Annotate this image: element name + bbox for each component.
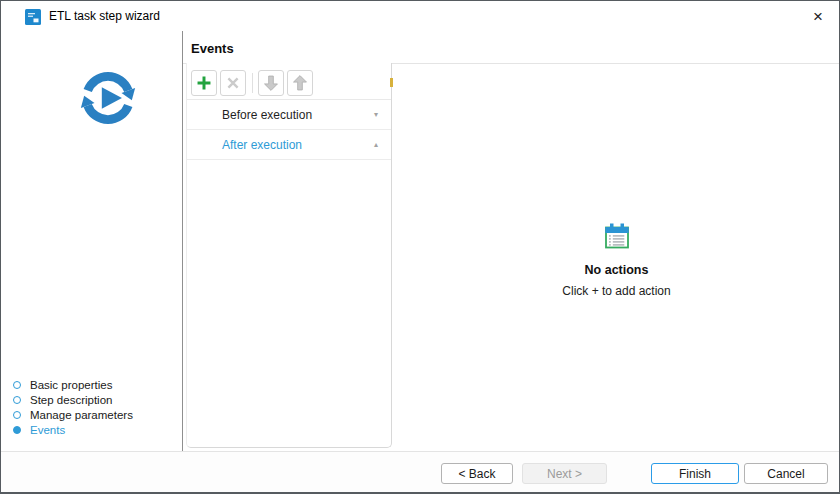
actions-list-icon bbox=[602, 221, 632, 251]
sidebar-item-step-description[interactable]: Step description bbox=[13, 392, 178, 407]
sidebar-item-events[interactable]: Events bbox=[13, 422, 178, 437]
events-panel: Before execution ▾ After execution ▴ bbox=[186, 63, 392, 448]
window-title: ETL task step wizard bbox=[49, 9, 160, 23]
event-row-before-execution[interactable]: Before execution ▾ bbox=[187, 100, 391, 130]
footer: < Back Next > Finish Cancel bbox=[1, 451, 839, 492]
chevron-up-icon: ▴ bbox=[374, 140, 378, 149]
titlebar: ETL task step wizard × bbox=[1, 1, 839, 31]
empty-state-title: No actions bbox=[585, 263, 649, 277]
arrow-down-icon bbox=[259, 70, 283, 96]
event-label: Before execution bbox=[222, 108, 312, 122]
step-bullet-icon bbox=[13, 381, 21, 389]
arrow-up-icon bbox=[288, 70, 312, 96]
event-row-after-execution[interactable]: After execution ▴ bbox=[187, 130, 391, 160]
step-label: Events bbox=[30, 424, 65, 436]
next-button[interactable]: Next > bbox=[522, 463, 607, 484]
plus-icon bbox=[192, 70, 216, 96]
wizard-window: ETL task step wizard × Basic properties bbox=[0, 0, 840, 494]
step-bullet-icon bbox=[13, 426, 21, 434]
toolbar-separator bbox=[252, 73, 253, 93]
finish-button[interactable]: Finish bbox=[651, 463, 739, 484]
cross-icon bbox=[221, 70, 245, 96]
wizard-window-icon bbox=[25, 9, 41, 25]
step-label: Basic properties bbox=[30, 379, 112, 391]
events-toolbar bbox=[191, 70, 313, 96]
sidebar-item-manage-parameters[interactable]: Manage parameters bbox=[13, 407, 178, 422]
step-bullet-icon bbox=[13, 411, 21, 419]
close-icon[interactable]: × bbox=[805, 4, 831, 28]
etl-sync-logo-icon bbox=[75, 65, 141, 131]
back-button[interactable]: < Back bbox=[441, 463, 513, 484]
empty-state-hint: Click + to add action bbox=[562, 284, 670, 298]
wizard-sidebar: Basic properties Step description Manage… bbox=[1, 31, 182, 448]
chevron-down-icon: ▾ bbox=[374, 110, 378, 119]
delete-action-button[interactable] bbox=[220, 70, 246, 96]
add-action-button[interactable] bbox=[191, 70, 217, 96]
cancel-button[interactable]: Cancel bbox=[744, 463, 828, 484]
no-actions-empty-state: No actions Click + to add action bbox=[393, 221, 840, 298]
sidebar-divider bbox=[182, 31, 183, 451]
page-title: Events bbox=[191, 41, 234, 56]
move-down-button[interactable] bbox=[258, 70, 284, 96]
yellow-marker bbox=[390, 78, 393, 87]
wizard-steps-nav: Basic properties Step description Manage… bbox=[13, 377, 178, 437]
move-up-button[interactable] bbox=[287, 70, 313, 96]
step-bullet-icon bbox=[13, 396, 21, 404]
step-label: Step description bbox=[30, 394, 112, 406]
event-list: Before execution ▾ After execution ▴ bbox=[187, 100, 391, 160]
sidebar-item-basic-properties[interactable]: Basic properties bbox=[13, 377, 178, 392]
event-label: After execution bbox=[222, 138, 302, 152]
step-label: Manage parameters bbox=[30, 409, 133, 421]
